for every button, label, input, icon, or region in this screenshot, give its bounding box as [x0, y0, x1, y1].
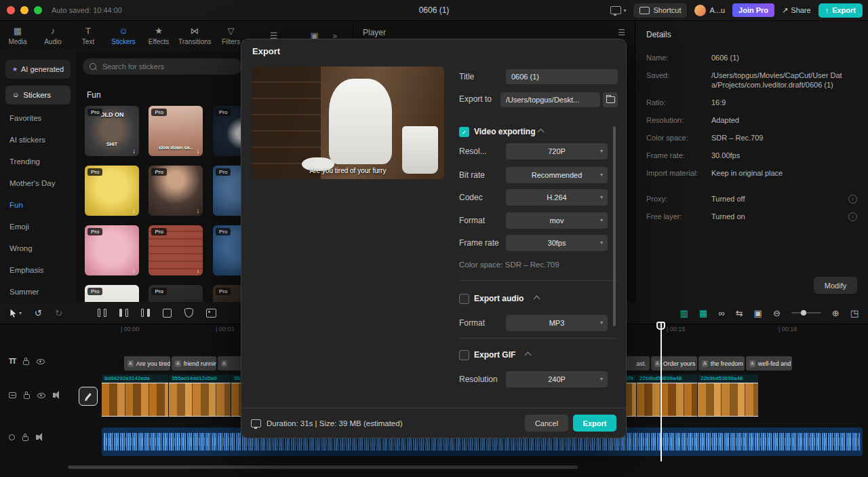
cancel-button[interactable]: Cancel [525, 415, 568, 432]
auto-snap-button[interactable]: ▦ [699, 309, 707, 318]
edit-cover-button[interactable] [79, 387, 98, 406]
resolution-select[interactable]: 720P ▾ [506, 143, 608, 159]
shortcut-button[interactable]: Shortcut [633, 3, 687, 18]
lock-icon[interactable] [23, 360, 29, 365]
close-button[interactable] [7, 6, 15, 14]
export-confirm-button[interactable]: Export [573, 415, 616, 432]
tab-effects[interactable]: ★ Effects [141, 26, 176, 45]
sticker-search[interactable] [83, 58, 241, 75]
video-exporting-checkbox[interactable]: ✓ [459, 127, 469, 137]
text-clip[interactable]: A the freedom of [698, 356, 745, 370]
modify-button[interactable]: Modify [814, 277, 857, 294]
export-to-input[interactable] [500, 92, 600, 107]
category-trending[interactable]: Trending [0, 151, 76, 172]
sticker-tile[interactable]: Pro ↓ [149, 166, 203, 216]
video-clip[interactable]: 8d84292e3142eda [102, 375, 168, 417]
category-emphasis[interactable]: Emphasis [0, 259, 76, 281]
minimize-button[interactable] [20, 6, 28, 14]
download-icon[interactable]: ↓ [196, 147, 199, 155]
video-clip[interactable]: 22b9bd53699a48 [637, 375, 697, 417]
category-stickers[interactable]: ☺ Stickers [5, 85, 71, 104]
download-icon[interactable]: ↓ [196, 267, 199, 274]
cover-button[interactable]: ▣ [754, 309, 762, 318]
text-clip[interactable]: A Are you tired of [124, 356, 170, 370]
category-emoji[interactable]: Emoji [0, 216, 76, 237]
link-clips-button[interactable]: ∞ [718, 309, 724, 318]
fit-timeline-button[interactable]: ◳ [850, 309, 859, 318]
info-icon[interactable]: i [848, 212, 857, 221]
category-mothers-day[interactable]: Mother's Day [0, 172, 76, 194]
speaker-icon[interactable] [36, 435, 39, 440]
export-audio-checkbox[interactable] [459, 294, 469, 304]
speaker-icon[interactable] [53, 393, 56, 398]
sticker-tile[interactable]: Pro [149, 285, 203, 302]
framerate-select[interactable]: 30fps ▾ [506, 235, 608, 251]
eye-icon[interactable] [37, 393, 45, 398]
video-clip[interactable]: 355ad14dd12d5a9 [169, 375, 231, 417]
zoom-in-button[interactable]: ⊕ [832, 309, 840, 318]
text-clip[interactable]: A well-fed and hy [746, 356, 792, 370]
sticker-tile[interactable]: Pro ↓ [149, 225, 203, 275]
maximize-button[interactable] [34, 6, 42, 14]
delete-right-button[interactable] [141, 309, 150, 317]
dialog-scrollbar[interactable] [613, 126, 616, 326]
bitrate-select[interactable]: Recommended ▾ [506, 167, 608, 183]
account-button[interactable]: A...u [694, 5, 725, 16]
category-ai-stickers[interactable]: AI stickers [0, 129, 76, 151]
cursor-tool-button[interactable]: ▾ [9, 309, 22, 318]
text-clip[interactable]: A Order yours nov [651, 356, 697, 370]
playhead-handle[interactable] [656, 322, 665, 330]
category-wrong[interactable]: Wrong [0, 237, 76, 259]
eye-icon[interactable] [37, 359, 45, 364]
category-summer[interactable]: Summer [0, 281, 76, 303]
tab-text[interactable]: T Text [71, 26, 106, 45]
redo-button[interactable]: ↻ [55, 309, 62, 318]
export-title-input[interactable] [506, 69, 618, 84]
browse-folder-button[interactable] [603, 92, 618, 107]
format-select[interactable]: mov ▾ [506, 212, 608, 229]
video-clip[interactable]: 22b9bd53699a48 [698, 375, 758, 417]
collapse-video-icon[interactable] [538, 129, 545, 136]
category-fun[interactable]: Fun [0, 194, 76, 216]
codec-select[interactable]: H.264 ▾ [506, 189, 608, 206]
sticker-tile[interactable]: Pro [85, 285, 139, 302]
chroma-key-button[interactable] [206, 309, 216, 318]
player-menu-icon[interactable]: ☰ [618, 28, 625, 37]
timeline-horizontal-scrollbar[interactable] [68, 465, 578, 469]
undo-button[interactable]: ↺ [35, 309, 42, 318]
zoom-out-button[interactable]: ⊖ [773, 309, 781, 318]
search-input[interactable] [101, 62, 235, 71]
playhead[interactable] [660, 323, 662, 461]
preview-axis-button[interactable]: ⇆ [736, 309, 743, 318]
info-icon[interactable]: i [848, 195, 857, 204]
sticker-tile[interactable]: Pro ↓ [85, 225, 139, 275]
display-mode-button[interactable]: ▾ [610, 6, 626, 14]
share-button[interactable]: ↗ Share [782, 6, 811, 15]
export-button-top[interactable]: ↑ Export [818, 3, 863, 18]
download-icon[interactable]: ↓ [196, 207, 199, 214]
text-clip[interactable]: A friend running o [172, 356, 216, 370]
category-favorites[interactable]: Favorites [0, 107, 76, 129]
tab-media[interactable]: ▦ Media [0, 26, 35, 45]
category-ai-generated[interactable]: ★ AI generated [5, 60, 71, 79]
collapse-audio-icon[interactable] [534, 296, 540, 303]
zoom-slider[interactable] [791, 312, 821, 313]
main-track-magnet-button[interactable]: ▥ [680, 309, 688, 318]
sticker-tile[interactable]: Pro slow down sa... ↓ [149, 106, 203, 156]
tab-transitions[interactable]: ⋈ Transitions [176, 26, 214, 45]
export-gif-checkbox[interactable] [459, 350, 469, 360]
split-button[interactable] [98, 309, 106, 317]
gif-resolution-select[interactable]: 240P ▾ [506, 371, 608, 387]
download-icon[interactable]: ↓ [132, 147, 136, 155]
download-icon[interactable]: ↓ [132, 267, 136, 274]
join-pro-button[interactable]: Join Pro [732, 3, 774, 17]
lock-icon[interactable] [22, 436, 28, 441]
download-icon[interactable]: ↓ [132, 207, 136, 214]
audio-format-select[interactable]: MP3 ▾ [506, 315, 608, 331]
delete-left-button[interactable] [119, 309, 128, 317]
collapse-gif-icon[interactable] [525, 352, 532, 359]
crop-button[interactable] [163, 309, 172, 318]
sticker-tile[interactable]: Pro OLD ON SHIT ↓ [85, 106, 139, 156]
mask-button[interactable] [184, 308, 193, 318]
sticker-tile[interactable]: Pro ↓ [85, 166, 139, 216]
